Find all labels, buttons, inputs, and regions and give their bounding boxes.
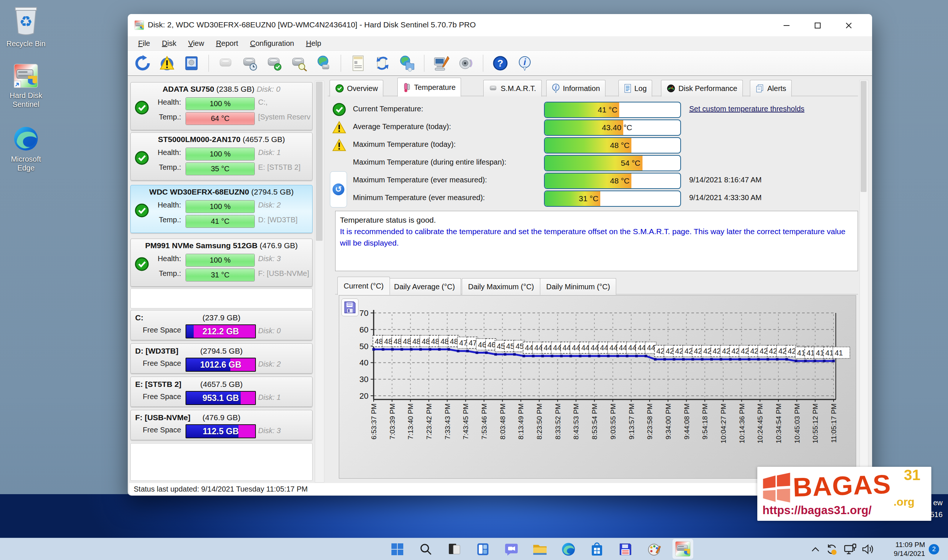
microsoft-store-button[interactable] <box>588 540 606 558</box>
about-button[interactable]: i <box>515 54 534 73</box>
disk-card-adata-su750[interactable]: ADATA SU750 (238.5 GB) Disk: 0 Health: 1… <box>130 82 313 130</box>
svg-text:40: 40 <box>360 358 369 367</box>
sidebar-scrollbar[interactable] <box>315 81 324 483</box>
search-icon <box>420 543 432 555</box>
app-icon <box>134 20 144 30</box>
disk-schedule-button[interactable] <box>241 54 260 73</box>
partition-name: C: <box>135 313 143 322</box>
chart-tab-daily-minimum[interactable]: Daily Minimum (°C) <box>540 278 616 295</box>
disk-test-ok-button[interactable] <box>265 54 284 73</box>
tab-log[interactable]: Log <box>618 80 652 97</box>
tab-disk-performance[interactable]: Disk Performance <box>661 80 743 97</box>
svg-text:44: 44 <box>525 344 533 352</box>
svg-text:44: 44 <box>638 344 646 352</box>
notification-badge[interactable]: 2 <box>929 544 939 554</box>
partition-card-e[interactable]: E: [ST5TB 2] (4657.5 GB) Free Space 953.… <box>130 377 313 407</box>
menu-report[interactable]: Report <box>210 38 244 49</box>
reset-history-button[interactable]: ↺ <box>330 171 347 208</box>
tab-overview[interactable]: Overview <box>330 80 383 97</box>
chart-tab-daily-average[interactable]: Daily Average (°C) <box>388 278 461 295</box>
sound-settings-button[interactable] <box>456 54 476 73</box>
temp-value-bar: 41 °C <box>544 102 681 118</box>
tray-chevron-button[interactable] <box>809 543 822 556</box>
set-custom-thresholds-link[interactable]: Set custom temperature thresholds <box>689 105 804 113</box>
menu-help[interactable]: Help <box>300 38 327 49</box>
temperature-bar: 41 °C <box>185 215 255 228</box>
menu-configuration[interactable]: Configuration <box>244 38 300 49</box>
paint-button[interactable] <box>645 540 663 558</box>
tab-temperature[interactable]: Temperature <box>397 78 461 97</box>
svg-text:11:05:17 PM: 11:05:17 PM <box>830 403 838 443</box>
alert-status-button[interactable] <box>157 54 177 73</box>
scrollbar-thumb[interactable] <box>316 82 323 241</box>
svg-text:?: ? <box>497 58 503 69</box>
chart-tab-current[interactable]: Current (°C) <box>337 277 390 295</box>
title-bar[interactable]: Disk: 2, WDC WD30EFRX-68EUZN0 [WD-WMC4N2… <box>128 14 872 36</box>
partition-card-c[interactable]: C: (237.9 GB) Free Space 212.2 GB Disk: … <box>130 310 313 340</box>
cut-desktop-label-fragment: 516 <box>930 511 942 519</box>
tray-sync-button[interactable] <box>825 543 838 556</box>
file-explorer-button[interactable] <box>531 540 549 558</box>
refresh-button[interactable] <box>133 54 152 73</box>
svg-text:42: 42 <box>712 347 721 355</box>
scrollbar-thumb[interactable] <box>861 81 866 192</box>
temp-label: Temp.: <box>137 215 181 224</box>
disk-card-wdc-wd30efrx-selected[interactable]: WDC WD30EFRX-68EUZN0 (2794.5 GB) Health:… <box>130 185 313 233</box>
menu-disk[interactable]: Disk <box>156 38 182 49</box>
tab-alerts[interactable]: Alerts <box>750 80 792 97</box>
chat-button[interactable] <box>502 540 520 558</box>
network-disk-button[interactable] <box>314 54 333 73</box>
report-button[interactable] <box>349 54 368 73</box>
computer-pen-icon <box>433 55 450 72</box>
svg-text:42: 42 <box>675 347 683 355</box>
tray-network-button[interactable] <box>844 543 857 556</box>
svg-text:9:03:55 PM: 9:03:55 PM <box>609 403 617 439</box>
disk-clock-icon <box>242 55 258 71</box>
tray-volume-button[interactable] <box>862 543 875 556</box>
monitor-icon <box>183 55 199 71</box>
alerts-pages-icon <box>755 84 764 93</box>
desktop-icon-hard-disk-sentinel[interactable]: Hard DiskSentinel <box>0 64 52 109</box>
online-folder-button[interactable] <box>397 54 417 73</box>
disk-utility-button[interactable] <box>616 540 635 558</box>
disk-number: Disk: 2 <box>258 360 281 368</box>
disk-card-st5000lm000[interactable]: ST5000LM000-2AN170 (4657.5 GB) Health: 1… <box>130 132 313 180</box>
disk-disabled-button[interactable] <box>216 54 236 73</box>
edit-settings-button[interactable] <box>432 54 451 73</box>
desktop-icon-microsoft-edge[interactable]: MicrosoftEdge <box>0 126 52 172</box>
chart-tab-daily-maximum[interactable]: Daily Maximum (°C) <box>462 278 540 295</box>
free-space-bar: 953.1 GB <box>185 391 256 405</box>
svg-text:8:13:49 PM: 8:13:49 PM <box>517 403 525 439</box>
menu-view[interactable]: View <box>182 38 210 49</box>
help-button[interactable]: ? <box>491 54 510 73</box>
minimize-button[interactable] <box>776 18 797 33</box>
main-scrollbar[interactable] <box>860 80 868 478</box>
svg-text:41: 41 <box>835 349 843 357</box>
save-chart-button[interactable] <box>341 298 358 316</box>
hard-disk-sentinel-taskbar-button[interactable] <box>673 539 693 559</box>
widgets-button[interactable] <box>474 540 492 558</box>
close-button[interactable] <box>838 18 860 33</box>
search-button[interactable] <box>417 540 435 558</box>
menu-file[interactable]: File <box>132 38 156 49</box>
desktop-icon-label: Recycle Bin <box>0 39 52 48</box>
partition-card-d[interactable]: D: [WD3TB] (2794.5 GB) Free Space 1012.6… <box>130 343 313 374</box>
device-monitor-button[interactable] <box>182 54 201 73</box>
sync-offset-button[interactable] <box>373 54 392 73</box>
edge-button[interactable] <box>559 540 577 558</box>
desktop-icon-recycle-bin[interactable]: ♻ Recycle Bin <box>0 5 52 48</box>
partition-card-f[interactable]: F: [USB-NVMe] (476.9 GB) Free Space 112.… <box>130 410 313 440</box>
maximize-button[interactable] <box>807 18 828 33</box>
refresh-icon <box>134 55 151 71</box>
start-button[interactable] <box>389 540 406 558</box>
taskbar-clock[interactable]: 11:09 PM 9/14/2021 <box>882 540 925 558</box>
watermark-url[interactable]: https://bagas31.org/ <box>763 504 872 517</box>
disk-card-pm991-nvme[interactable]: PM991 NVMe Samsung 512GB (476.9 GB) Heal… <box>130 238 313 287</box>
task-view-button[interactable] <box>446 540 463 558</box>
floppy-app-icon <box>619 543 632 556</box>
log-icon <box>624 84 631 93</box>
tab-smart[interactable]: S.M.A.R.T. <box>483 80 542 97</box>
svg-text:42: 42 <box>778 347 787 355</box>
disk-surface-test-button[interactable] <box>290 54 309 73</box>
tab-information[interactable]: i Information <box>546 80 605 97</box>
